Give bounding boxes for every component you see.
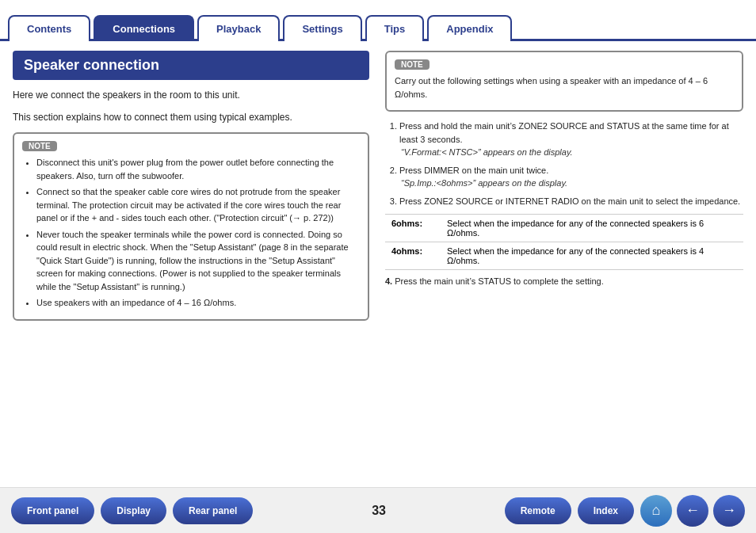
tab-appendix[interactable]: Appendix [427, 15, 512, 41]
right-note-text: Carry out the following settings when us… [395, 74, 734, 101]
list-item: Use speakers with an impedance of 4 – 16… [36, 296, 360, 310]
table-row: 6ohms: Select when the impedance for any… [385, 215, 743, 242]
display-button[interactable]: Display [101, 497, 166, 524]
main-content: Speaker connection Here we connect the s… [0, 41, 756, 487]
table-row: 4ohms: Select when the impedance for any… [385, 242, 743, 270]
back-button[interactable]: ← [677, 495, 708, 527]
index-button[interactable]: Index [578, 497, 634, 524]
intro-text-1: Here we connect the speakers in the room… [13, 88, 369, 102]
icon-buttons: ⌂ ← → [640, 495, 745, 527]
left-note-list: Disconnect this unit's power plug from t… [22, 156, 360, 310]
list-item: Never touch the speaker terminals while … [36, 228, 360, 294]
impedance-table: 6ohms: Select when the impedance for any… [385, 214, 743, 270]
imp-desc-4: Select when the impedance for any of the… [441, 242, 743, 270]
imp-desc-6: Select when the impedance for any of the… [441, 215, 743, 242]
section-title: Speaker connection [13, 51, 369, 80]
right-column: NOTE Carry out the following settings wh… [385, 51, 743, 478]
step-3: Press ZONE2 SOURCE or INTERNET RADIO on … [399, 195, 743, 208]
home-button[interactable]: ⌂ [640, 495, 672, 527]
tab-settings[interactable]: Settings [283, 15, 361, 41]
step-2-sub: “Sp.Imp.:<8ohms>” appears on the display… [401, 178, 567, 188]
front-panel-button[interactable]: Front panel [11, 497, 94, 524]
right-note-box: NOTE Carry out the following settings wh… [385, 51, 743, 112]
step-4: 4. Press the main unit’s STATUS to compl… [385, 276, 743, 286]
steps-list: Press and hold the main unit’s ZONE2 SOU… [385, 120, 743, 286]
list-item: Disconnect this unit's power plug from t… [36, 156, 360, 182]
rear-panel-button[interactable]: Rear panel [173, 497, 253, 524]
intro-text-2: This section explains how to connect the… [13, 110, 369, 124]
left-note-box: NOTE Disconnect this unit's power plug f… [13, 132, 369, 321]
step-2: Press DIMMER on the main unit twice. “Sp… [399, 164, 743, 190]
bottom-bar: Front panel Display Rear panel 33 Remote… [0, 487, 756, 533]
imp-label-4: 4ohms: [385, 242, 441, 270]
left-column: Speaker connection Here we connect the s… [13, 51, 369, 478]
step-1: Press and hold the main unit’s ZONE2 SOU… [399, 120, 743, 159]
tab-contents[interactable]: Contents [8, 15, 90, 41]
tab-tips[interactable]: Tips [365, 15, 425, 41]
tab-playback[interactable]: Playback [197, 15, 280, 41]
list-item: Connect so that the speaker cable core w… [36, 185, 360, 225]
step-4-num: 4. [385, 276, 392, 286]
remote-button[interactable]: Remote [505, 497, 571, 524]
tab-connections[interactable]: Connections [94, 15, 194, 41]
right-note-label: NOTE [395, 59, 430, 70]
forward-button[interactable]: → [713, 495, 745, 527]
left-note-label: NOTE [22, 141, 57, 151]
imp-label-6: 6ohms: [385, 215, 441, 242]
top-navigation: Contents Connections Playback Settings T… [0, 0, 756, 41]
page-number: 33 [372, 504, 386, 518]
step-1-sub: “V.Format:< NTSC>” appears on the displa… [401, 147, 573, 157]
